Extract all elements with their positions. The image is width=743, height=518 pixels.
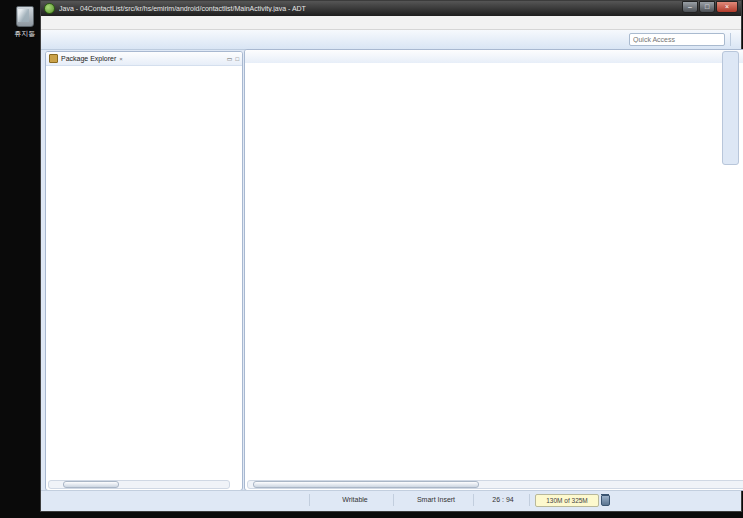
status-bar: Writable Smart Insert 26 : 94 130M of 32… (41, 490, 741, 510)
input-mode-status: Smart Insert (401, 496, 471, 503)
eclipse-window: Java - 04ContactList/src/kr/hs/emirim/an… (40, 0, 742, 512)
fast-view-bar (722, 51, 739, 165)
toolbar (41, 30, 741, 50)
package-explorer-icon (49, 54, 58, 63)
window-title: Java - 04ContactList/src/kr/hs/emirim/an… (59, 5, 682, 12)
quick-access-input[interactable] (629, 33, 725, 46)
run-gc-button[interactable] (601, 495, 610, 506)
view-close-icon[interactable]: × (119, 56, 123, 62)
package-explorer-panel: Package Explorer × ▭ □ (45, 51, 243, 491)
editor-panel (244, 49, 743, 491)
maximize-button[interactable]: □ (699, 1, 715, 13)
project-tree (46, 74, 242, 481)
menu-bar (41, 16, 741, 30)
view-maximize-icon[interactable]: □ (235, 56, 239, 62)
recycle-bin-icon (16, 6, 34, 27)
app-icon (44, 3, 55, 14)
caret-position: 26 : 94 (479, 496, 527, 503)
package-explorer-tab[interactable]: Package Explorer (61, 55, 116, 62)
toolbar-separator (730, 33, 731, 46)
editor-hscrollbar[interactable] (247, 480, 743, 489)
writable-status: Writable (319, 496, 391, 503)
package-explorer-hscrollbar[interactable] (48, 480, 230, 489)
title-bar[interactable]: Java - 04ContactList/src/kr/hs/emirim/an… (41, 1, 741, 16)
recycle-bin-label: 휴지통 (8, 29, 42, 39)
minimize-button[interactable]: – (682, 1, 698, 13)
view-minimize-icon[interactable]: ▭ (227, 55, 233, 62)
code-editor[interactable] (245, 63, 743, 482)
recycle-bin[interactable]: 휴지통 (8, 6, 42, 39)
close-button[interactable]: × (716, 1, 738, 13)
heap-status: 130M of 325M (535, 494, 599, 507)
